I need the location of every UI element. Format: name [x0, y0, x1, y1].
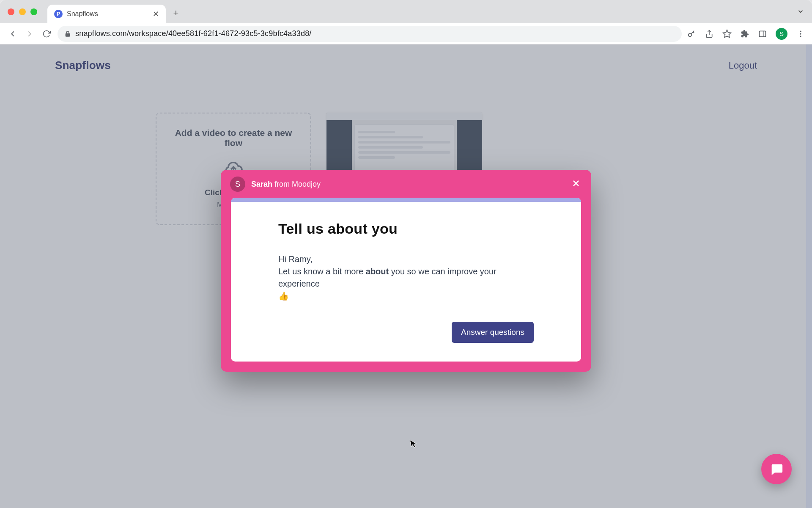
- profile-avatar[interactable]: S: [776, 28, 787, 40]
- url-text: snapflows.com/workspace/40ee581f-62f1-46…: [75, 29, 675, 38]
- chat-icon: [769, 462, 784, 476]
- intercom-modal: S Sarah from Moodjoy Tell us about you: [221, 170, 591, 372]
- sender-name: Sarah: [251, 180, 272, 188]
- window-close-button[interactable]: [8, 8, 14, 15]
- new-tab-button[interactable]: +: [169, 6, 183, 20]
- browser-window: P Snapflows ✕ + snapflows.com/workspace/…: [0, 0, 812, 508]
- share-icon[interactable]: [705, 29, 714, 39]
- modal-text-before: Let us know a bit more: [278, 267, 366, 276]
- modal-greeting: Hi Ramy,: [278, 253, 534, 265]
- modal-title: Tell us about you: [278, 221, 534, 237]
- svg-marker-2: [723, 30, 731, 37]
- tab-strip: P Snapflows ✕ +: [0, 0, 812, 23]
- window-maximize-button[interactable]: [30, 8, 37, 15]
- thumbs-up-emoji: 👍: [278, 290, 534, 302]
- svg-point-6: [800, 33, 801, 34]
- bookmark-star-icon[interactable]: [722, 29, 732, 39]
- svg-point-5: [800, 30, 801, 32]
- modal-accent-bar: [231, 198, 581, 202]
- address-bar[interactable]: snapflows.com/workspace/40ee581f-62f1-46…: [58, 26, 682, 42]
- browser-toolbar: snapflows.com/workspace/40ee581f-62f1-46…: [0, 23, 812, 44]
- kebab-menu-icon[interactable]: [796, 29, 805, 39]
- tab-close-icon[interactable]: ✕: [153, 9, 159, 19]
- sender-avatar: S: [230, 177, 245, 192]
- browser-tab[interactable]: P Snapflows ✕: [47, 5, 166, 23]
- modal-body: Tell us about you Hi Ramy, Let us know a…: [231, 198, 581, 362]
- reload-button[interactable]: [41, 30, 52, 38]
- tab-title: Snapflows: [67, 10, 148, 18]
- sender-company: from Moodjoy: [272, 180, 321, 188]
- tab-favicon: P: [54, 10, 63, 18]
- side-panel-icon[interactable]: [758, 29, 767, 39]
- lock-icon: [64, 30, 71, 37]
- extensions-puzzle-icon[interactable]: [740, 29, 749, 39]
- page-viewport: Snapflows Logout Add a video to create a…: [0, 44, 812, 508]
- modal-text-bold: about: [366, 267, 389, 276]
- svg-point-7: [800, 36, 801, 37]
- window-minimize-button[interactable]: [19, 8, 26, 15]
- tab-overflow-icon[interactable]: [797, 8, 804, 15]
- back-button[interactable]: [7, 29, 19, 39]
- modal-header: S Sarah from Moodjoy: [221, 170, 591, 198]
- toolbar-actions: S: [687, 28, 805, 40]
- sender-line: Sarah from Moodjoy: [251, 180, 321, 189]
- modal-description: Let us know a bit more about you so we c…: [278, 265, 534, 290]
- answer-questions-button[interactable]: Answer questions: [452, 322, 534, 343]
- window-controls: [8, 8, 37, 15]
- svg-rect-3: [760, 31, 766, 36]
- modal-close-button[interactable]: [568, 176, 584, 191]
- forward-button[interactable]: [24, 29, 36, 39]
- chat-launcher-button[interactable]: [761, 454, 792, 484]
- password-key-icon[interactable]: [687, 29, 696, 39]
- modal-message: Hi Ramy, Let us know a bit more about yo…: [278, 253, 534, 302]
